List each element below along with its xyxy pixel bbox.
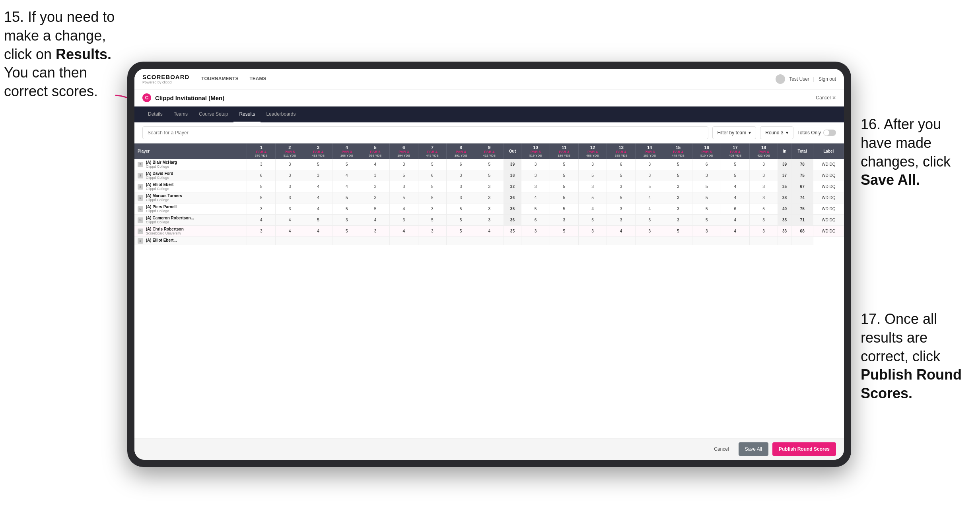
score-cell-h4[interactable]: 5 [332,226,361,237]
score-cell-h1[interactable]: 4 [247,215,276,226]
score-cell-h5[interactable]: 5 [361,203,390,215]
score-cell-b10[interactable]: 3 [521,181,550,192]
wd-badge[interactable]: WD [822,207,828,211]
score-cell-b11[interactable]: 3 [550,215,578,226]
score-cell-b14[interactable]: 3 [635,159,664,170]
score-cell-b17[interactable]: 6 [721,203,750,215]
score-cell-b14[interactable]: 3 [635,215,664,226]
score-cell-h7[interactable]: 6 [418,170,447,181]
score-cell-h8[interactable]: 3 [447,181,475,192]
score-cell[interactable] [664,237,692,245]
score-cell-h7[interactable]: 5 [418,181,447,192]
score-cell-b16[interactable]: 5 [692,215,721,226]
score-cell-b16[interactable]: 5 [692,203,721,215]
score-cell-h5[interactable]: 3 [361,192,390,203]
score-cell-b17[interactable]: 4 [721,215,750,226]
wd-badge[interactable]: WD [822,229,828,233]
score-cell-h6[interactable]: 5 [389,192,418,203]
tab-teams[interactable]: Teams [168,107,193,122]
score-cell-h8[interactable]: 3 [447,192,475,203]
score-cell-b14[interactable]: 4 [635,192,664,203]
score-cell-h3[interactable]: 5 [304,215,332,226]
score-cell-h6[interactable]: 5 [389,170,418,181]
score-cell-b15[interactable]: 5 [664,226,692,237]
score-cell-b15[interactable]: 3 [664,181,692,192]
score-cell-h8[interactable]: 3 [447,170,475,181]
score-cell-h8[interactable]: 5 [447,226,475,237]
score-cell-h5[interactable]: 3 [361,181,390,192]
score-cell-b10[interactable]: 3 [521,159,550,170]
score-cell-h5[interactable]: 4 [361,215,390,226]
score-cell-h7[interactable]: 5 [418,215,447,226]
score-cell-b13[interactable]: 5 [607,192,636,203]
score-cell-b12[interactable]: 5 [578,170,607,181]
dq-badge[interactable]: DQ [829,229,835,233]
score-cell-b13[interactable]: 5 [607,170,636,181]
score-cell-h8[interactable]: 5 [447,203,475,215]
dq-badge[interactable]: DQ [829,184,835,189]
score-cell-h2[interactable]: 4 [276,215,304,226]
score-cell-h2[interactable]: 4 [276,226,304,237]
tab-details[interactable]: Details [142,107,168,122]
score-cell-h7[interactable]: 3 [418,226,447,237]
score-cell-h3[interactable]: 4 [304,226,332,237]
score-cell[interactable] [389,237,418,245]
score-cell-b13[interactable]: 4 [607,226,636,237]
wd-badge[interactable]: WD [822,184,828,189]
score-cell[interactable] [418,237,447,245]
score-cell-b17[interactable]: 4 [721,192,750,203]
score-cell-h4[interactable]: 4 [332,181,361,192]
wd-badge[interactable]: WD [822,218,828,222]
dq-badge[interactable]: DQ [829,162,835,167]
score-cell[interactable] [721,237,750,245]
dq-badge[interactable]: DQ [829,196,835,200]
score-cell-h3[interactable]: 4 [304,181,332,192]
score-cell-h8[interactable]: 6 [447,159,475,170]
score-cell-h3[interactable]: 5 [304,159,332,170]
score-cell[interactable] [304,237,332,245]
score-cell-b14[interactable]: 3 [635,170,664,181]
wd-badge[interactable]: WD [822,196,828,200]
score-cell-b10[interactable]: 5 [521,203,550,215]
score-cell-h9[interactable]: 3 [475,203,504,215]
score-cell-b10[interactable]: 3 [521,226,550,237]
score-cell[interactable] [578,237,607,245]
score-cell-h2[interactable]: 3 [276,159,304,170]
score-cell-h6[interactable]: 3 [389,215,418,226]
score-cell-h1[interactable]: 3 [247,159,276,170]
score-cell-h4[interactable]: 5 [332,203,361,215]
score-cell[interactable] [247,237,276,245]
score-cell-b16[interactable]: 3 [692,170,721,181]
score-cell-b15[interactable]: 5 [664,159,692,170]
score-cell-h2[interactable]: 3 [276,192,304,203]
score-cell-b14[interactable]: 5 [635,181,664,192]
score-cell[interactable] [276,237,304,245]
search-input[interactable] [142,126,708,139]
score-cell-b18[interactable]: 3 [749,159,778,170]
score-cell-h1[interactable]: 6 [247,170,276,181]
score-cell-b12[interactable]: 3 [578,226,607,237]
score-cell-b15[interactable]: 3 [664,192,692,203]
score-cell[interactable] [607,237,636,245]
wd-badge[interactable]: WD [822,162,828,167]
wd-badge[interactable]: WD [822,173,828,178]
score-cell-h3[interactable]: 3 [304,170,332,181]
score-cell-h5[interactable]: 3 [361,226,390,237]
score-cell-h9[interactable]: 5 [475,170,504,181]
score-cell-h8[interactable]: 5 [447,215,475,226]
score-cell[interactable] [504,237,521,245]
score-cell-b18[interactable]: 5 [749,203,778,215]
score-cell-h1[interactable]: 3 [247,226,276,237]
score-cell-b13[interactable]: 3 [607,203,636,215]
score-cell-b13[interactable]: 3 [607,181,636,192]
score-cell[interactable] [475,237,504,245]
score-cell-h9[interactable]: 3 [475,192,504,203]
score-cell-b11[interactable]: 5 [550,226,578,237]
score-cell[interactable] [361,237,390,245]
score-cell-b16[interactable]: 3 [692,226,721,237]
score-cell-h1[interactable]: 5 [247,192,276,203]
score-cell-b18[interactable]: 3 [749,226,778,237]
score-cell-b17[interactable]: 5 [721,159,750,170]
score-cell-b12[interactable]: 5 [578,192,607,203]
round-selector[interactable]: Round 3 ▾ [760,126,793,139]
